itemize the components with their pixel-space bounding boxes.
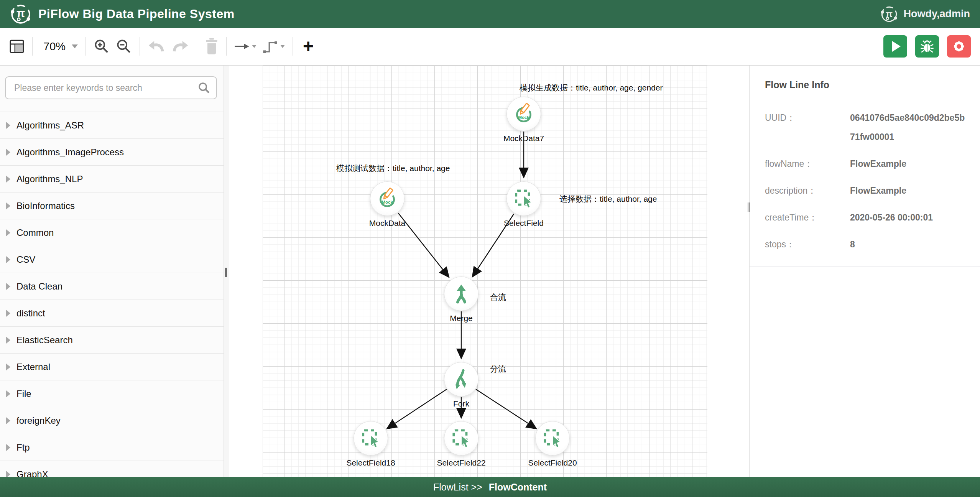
info-value: FlowExample xyxy=(850,154,970,173)
select-field-icon xyxy=(360,428,381,449)
plus-icon: + xyxy=(303,37,314,56)
group-label: CSV xyxy=(16,254,35,265)
delete-icon[interactable] xyxy=(205,38,219,55)
info-row: flowName：FlowExample xyxy=(765,154,980,173)
group-label: Common xyxy=(16,227,54,238)
sidebar-group-algorithms-asr[interactable]: Algorithms_ASR xyxy=(0,112,224,138)
sidebar-group-distinct[interactable]: distinct xyxy=(0,300,224,326)
debug-flow-button[interactable] xyxy=(915,35,939,58)
svg-text:Mock: Mock xyxy=(381,200,393,204)
edge-style-dropdown[interactable] xyxy=(234,41,257,52)
breadcrumb-current: FlowContent xyxy=(489,482,547,492)
undo-button[interactable] xyxy=(148,39,165,53)
flow-canvas[interactable]: Mock MockData7 Mock MockData SelectField… xyxy=(229,66,749,497)
fork-icon xyxy=(451,369,472,390)
sidebar-scrollbar[interactable] xyxy=(224,66,229,497)
info-label: description： xyxy=(765,181,850,200)
zoom-out-button[interactable] xyxy=(116,38,132,54)
zoom-level-dropdown[interactable]: 70% xyxy=(40,40,78,53)
group-label: foreignKey xyxy=(16,415,61,426)
canvas-annotation[interactable]: 模拟测试数据：title, author, age xyxy=(336,163,450,174)
left-splitter-handle[interactable] xyxy=(225,268,227,277)
right-splitter-handle[interactable] xyxy=(748,202,750,212)
flow-node-selectfield18[interactable] xyxy=(354,421,388,456)
canvas-annotation[interactable]: 模拟生成数据：title, author, age, gender xyxy=(520,82,663,93)
app-header: π PiFlow Big Data Pipeline System π Howd… xyxy=(0,0,980,28)
sidebar-group-file[interactable]: File xyxy=(0,380,224,407)
node-label: SelectField22 xyxy=(419,458,503,467)
flow-node-mockdata7[interactable]: Mock xyxy=(506,97,541,131)
breadcrumb-flowlist-link[interactable]: FlowList >> xyxy=(433,482,482,492)
canvas-annotation[interactable]: 选择数据：title, author, age xyxy=(559,194,657,204)
redo-button[interactable] xyxy=(171,39,189,53)
sidebar-group-foreignkey[interactable]: foreignKey xyxy=(0,407,224,434)
caret-right-icon xyxy=(6,283,10,290)
toolbar-separator xyxy=(293,37,293,56)
canvas-annotation[interactable]: 分流 xyxy=(490,364,506,374)
info-label: UUID： xyxy=(765,108,850,146)
stops-sidebar: Algorithms_ASRAlgorithms_ImageProcessAlg… xyxy=(0,66,224,497)
search-icon[interactable] xyxy=(197,81,210,94)
caret-right-icon xyxy=(6,444,10,451)
user-avatar[interactable]: π xyxy=(880,5,898,23)
select-field-icon xyxy=(451,428,472,449)
app-title: PiFlow Big Data Pipeline System xyxy=(38,7,235,21)
sidebar-group-algorithms-imageprocess[interactable]: Algorithms_ImageProcess xyxy=(0,138,224,165)
info-row: description：FlowExample xyxy=(765,181,980,200)
info-label: stops： xyxy=(765,235,850,254)
chevron-down-icon xyxy=(280,45,285,48)
caret-right-icon xyxy=(6,122,10,129)
run-flow-button[interactable] xyxy=(883,35,907,58)
sidebar-group-bioinformatics[interactable]: BioInformatics xyxy=(0,192,224,219)
caret-right-icon xyxy=(6,176,10,183)
breadcrumb: FlowList >> FlowContent xyxy=(433,482,547,493)
info-row: UUID：0641076d5ae840c09d2be5b71fw00001 xyxy=(765,108,980,146)
panel-divider xyxy=(750,267,980,267)
group-label: Algorithms_NLP xyxy=(16,174,83,184)
caret-right-icon xyxy=(6,390,10,397)
group-label: File xyxy=(16,388,31,399)
flow-node-mockdata[interactable]: Mock xyxy=(370,181,404,216)
node-label: Merge xyxy=(419,314,503,323)
sidebar-group-elasticsearch[interactable]: ElasticSearch xyxy=(0,326,224,353)
zoom-in-button[interactable] xyxy=(94,38,110,54)
user-greeting[interactable]: Howdy,admin xyxy=(903,8,970,20)
toolbar: 70% xyxy=(0,28,980,66)
node-label: MockData xyxy=(345,219,429,228)
sidebar-group-algorithms-nlp[interactable]: Algorithms_NLP xyxy=(0,165,224,192)
flow-edge[interactable] xyxy=(476,389,536,429)
mock-data-icon: Mock xyxy=(376,188,398,210)
settings-button[interactable] xyxy=(947,35,971,58)
flow-node-selectfield[interactable] xyxy=(506,181,541,216)
stop-group-list: Algorithms_ASRAlgorithms_ImageProcessAlg… xyxy=(0,112,224,487)
info-value: 0641076d5ae840c09d2be5b71fw00001 xyxy=(850,108,970,146)
gear-icon xyxy=(952,39,966,54)
footer-bar: FlowList >> FlowContent xyxy=(0,477,980,497)
layout-panels-icon[interactable] xyxy=(9,39,25,54)
sidebar-group-data-clean[interactable]: Data Clean xyxy=(0,273,224,300)
flow-node-fork[interactable] xyxy=(444,362,478,397)
group-label: External xyxy=(16,362,50,372)
svg-text:Mock: Mock xyxy=(518,115,529,120)
caret-right-icon xyxy=(6,364,10,370)
sidebar-group-csv[interactable]: CSV xyxy=(0,246,224,273)
piflow-logo-icon: π xyxy=(10,3,31,25)
sidebar-group-external[interactable]: External xyxy=(0,353,224,380)
node-label: SelectField18 xyxy=(329,458,413,467)
connector-style-dropdown[interactable] xyxy=(263,39,285,53)
chevron-down-icon xyxy=(72,44,78,48)
sidebar-group-ftp[interactable]: Ftp xyxy=(0,434,224,461)
sidebar-group-common[interactable]: Common xyxy=(0,219,224,246)
group-label: ElasticSearch xyxy=(16,335,73,346)
merge-icon xyxy=(451,283,472,304)
flow-node-selectfield20[interactable] xyxy=(535,421,570,456)
info-row: stops：8 xyxy=(765,235,980,254)
flow-edge[interactable] xyxy=(387,389,447,429)
flow-node-merge[interactable] xyxy=(444,276,478,311)
toolbar-separator xyxy=(140,37,140,56)
add-stop-button[interactable]: + xyxy=(301,37,314,56)
canvas-annotation[interactable]: 合流 xyxy=(490,292,506,303)
node-label: Fork xyxy=(419,399,503,408)
search-input[interactable] xyxy=(5,76,217,99)
flow-node-selectfield22[interactable] xyxy=(444,421,478,456)
